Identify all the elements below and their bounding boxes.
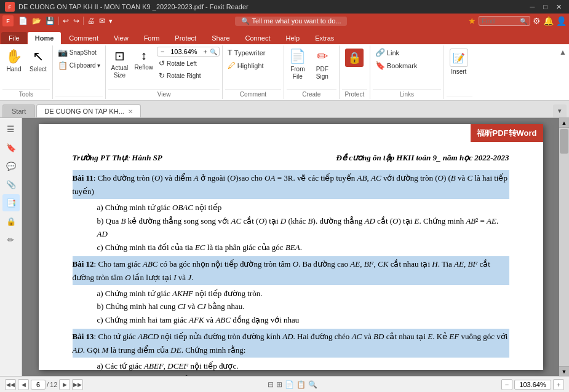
tabs-dropdown-btn[interactable]: ▾ (553, 104, 567, 117)
tab-comment[interactable]: Comment (62, 32, 106, 44)
new-btn[interactable]: 📄 (17, 17, 30, 25)
document-tab[interactable]: DE CUONG ON TAP KH... ✕ (36, 104, 141, 117)
find-input[interactable] (482, 17, 519, 25)
minimize-btn[interactable]: ─ (528, 3, 538, 11)
sidebar-btn-layers[interactable]: 📑 (2, 194, 20, 211)
tab-home[interactable]: Home (28, 32, 62, 44)
window-title: DE CUONG ON TAP KH II - MON TOAN K9 _202… (18, 3, 249, 10)
zoom-search-btn[interactable]: 🔍 (210, 49, 217, 55)
status-icon-5: 🔍 (308, 380, 317, 389)
start-tab-label: Start (12, 108, 26, 115)
email-btn[interactable]: ✉ (97, 17, 107, 25)
zoom-plus-btn[interactable]: + (202, 48, 208, 55)
hand-icon: ✋ (6, 49, 22, 65)
zoom-increase-btn[interactable]: + (553, 379, 564, 390)
doc-header: Trường PT Thực Hành SP Đề cương ôn tập H… (73, 151, 509, 164)
rotate-left-btn[interactable]: ↺ Rotate Left (157, 58, 220, 69)
maximize-btn[interactable]: □ (541, 3, 550, 11)
zoom-status-input[interactable] (514, 380, 551, 390)
zoom-decrease-btn[interactable]: − (501, 379, 512, 390)
tab-protect[interactable]: Protect (167, 32, 204, 44)
protect-btn[interactable]: 🔒 (342, 47, 367, 69)
next-page-btn[interactable]: ▶ (59, 379, 70, 390)
rotate-left-label: Rotate Left (167, 60, 197, 67)
highlight-label: Highlight (237, 62, 264, 69)
scroll-up-btn[interactable]: ▲ (559, 118, 569, 128)
last-page-btn[interactable]: ▶▶ (72, 379, 83, 390)
highlight-icon: 🖊 (228, 61, 236, 70)
sidebar-btn-attachments[interactable]: 📎 (2, 176, 20, 193)
hand-btn[interactable]: ✋ Hand (2, 47, 25, 74)
from-file-icon: 📄 (289, 49, 306, 65)
tab-view[interactable]: View (106, 32, 136, 44)
document-tab-close[interactable]: ✕ (128, 108, 133, 115)
highlight-btn[interactable]: 🖊 Highlight (225, 60, 281, 71)
typewriter-btn[interactable]: T Typewriter (225, 47, 281, 58)
actual-size-label: ActualSize (111, 65, 128, 79)
pdf-sign-btn[interactable]: ✏ PDFSign (311, 47, 333, 82)
collapse-ribbon-btn[interactable]: ▲ (559, 48, 567, 57)
prev-page-btn[interactable]: ◀ (18, 379, 29, 390)
sidebar-btn-pages[interactable]: ☰ (2, 120, 20, 138)
sidebar-btn-bookmarks[interactable]: 🔖 (2, 139, 20, 156)
tell-me-search[interactable]: 🔍 Tell me what you want to do... (235, 17, 348, 26)
customize-btn[interactable]: ▾ (108, 17, 114, 25)
tab-form[interactable]: Form (137, 32, 167, 44)
notification-btn[interactable]: 🔔 (543, 16, 554, 26)
link-btn[interactable]: 🔗 Link (373, 47, 441, 58)
settings-btn[interactable]: ⚙ (533, 16, 541, 26)
rotate-right-icon: ↻ (159, 71, 165, 80)
zoom-control[interactable]: − + 🔍 (157, 47, 220, 57)
from-file-btn[interactable]: 📄 FromFile (287, 47, 309, 82)
tab-share[interactable]: Share (204, 32, 237, 44)
user-btn[interactable]: 👤 (556, 16, 567, 26)
bai11b-text: b) Qua B kẻ đường thẳng song song với AC… (97, 214, 509, 241)
page-input[interactable] (31, 380, 46, 390)
insert-btn[interactable]: 📝 Insert (447, 47, 471, 77)
start-tab[interactable]: Start (2, 104, 35, 117)
zoom-input[interactable] (167, 48, 201, 55)
from-file-label: FromFile (290, 66, 304, 80)
bai13-text: Bài 13: Cho tứ giác ABCD nội tiếp nửa đư… (73, 329, 509, 358)
select-btn[interactable]: ↖ Select (26, 47, 50, 74)
sidebar-btn-comments[interactable]: 💬 (2, 157, 20, 174)
bookmark-btn[interactable]: 🔖 Bookmark (373, 60, 441, 71)
actual-size-btn[interactable]: ⊡ ActualSize (108, 47, 130, 81)
ribbon-group-protect: 🔒 Protect (340, 45, 370, 99)
page-total: 12 (50, 381, 57, 388)
tab-connect[interactable]: Connect (238, 32, 278, 44)
school-name: Trường PT Thực Hành SP (73, 151, 162, 164)
first-page-btn[interactable]: ◀◀ (5, 379, 16, 390)
tab-help[interactable]: Help (279, 32, 308, 44)
create-group-label: Create (287, 89, 336, 98)
redo-btn[interactable]: ↪ (71, 17, 81, 25)
reflow-btn[interactable]: ↕ Reflow (132, 47, 156, 73)
status-icon-1: ⊟ (268, 380, 274, 389)
tab-extras[interactable]: Extras (308, 32, 341, 44)
sidebar-btn-edit[interactable]: ✏ (2, 231, 20, 248)
print-btn[interactable]: 🖨 (86, 17, 97, 25)
close-btn[interactable]: ✕ (554, 3, 564, 11)
tab-file[interactable]: File (1, 32, 27, 44)
rotate-right-btn[interactable]: ↻ Rotate Right (157, 70, 220, 81)
scroll-down-btn[interactable]: ▼ (559, 366, 569, 376)
reflow-label: Reflow (134, 64, 153, 71)
sidebar-btn-security[interactable]: 🔒 (2, 213, 20, 230)
save-btn[interactable]: 💾 (44, 17, 57, 25)
clipboard-btn[interactable]: 📋 Clipboard ▾ (55, 60, 103, 71)
scroll-thumb[interactable] (560, 129, 568, 154)
open-btn[interactable]: 📂 (30, 17, 43, 25)
find-search[interactable]: 🔍 (479, 16, 530, 26)
star-icon[interactable]: ★ (468, 16, 476, 26)
status-icon-2: ⊞ (276, 380, 282, 389)
zoom-minus-btn[interactable]: − (159, 48, 165, 55)
right-scrollbar[interactable]: ▲ ▼ (559, 118, 569, 376)
undo-btn[interactable]: ↩ (61, 17, 71, 25)
snapshot-btn[interactable]: 📷 SnapShot (55, 47, 103, 58)
tools-label: Tools (2, 89, 50, 98)
rotate-left-icon: ↺ (159, 59, 165, 68)
select-label: Select (30, 66, 47, 73)
bai12c-text: c) Chứng minh hai tam giác AFK và ABC đồ… (97, 313, 509, 326)
bai13a-text: a) Các tứ giác ABEF, DCEF nội tiếp được. (97, 359, 509, 372)
snapshot-icon: 📷 (58, 48, 68, 57)
